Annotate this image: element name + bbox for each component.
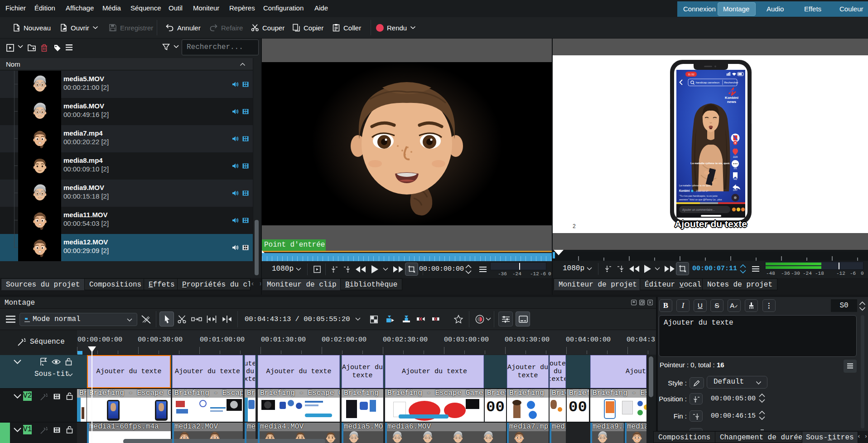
svg-text:news: news (727, 100, 737, 104)
svg-text:11:32: 11:32 (688, 73, 694, 76)
svg-text:Ajouter un commentaire...: Ajouter un commentaire... (682, 208, 715, 212)
svg-text:"Tu n'es pas handicapée, tu es: "Tu n'es pas handicapée, tu es juste (679, 195, 718, 197)
svg-text:448: 448 (733, 178, 737, 180)
svg-text:Konbini: Konbini (679, 189, 690, 192)
svg-text:Rechercher: Rechercher (724, 81, 738, 84)
svg-text:handicap cameleon: handicap cameleon (696, 81, 719, 84)
svg-text:· 2023-10-17: · 2023-10-17 (694, 190, 709, 192)
svg-text:2229: 2229 (733, 156, 738, 158)
svg-text:La maladie rythme ta vie quoi.: La maladie rythme ta vie quoi. (679, 184, 711, 187)
svg-text:Konbini: Konbini (725, 96, 738, 100)
svg-text:2147: 2147 (733, 189, 738, 191)
svg-text:La maladie rythme ta vie, quoi: La maladie rythme ta vie, quoi. (690, 162, 730, 165)
svg-text:assistée" Voici ce que @Fanny: assistée" Voici ce que @Fanny La...plus (679, 198, 722, 201)
svg-text:101: 101 (733, 167, 737, 170)
